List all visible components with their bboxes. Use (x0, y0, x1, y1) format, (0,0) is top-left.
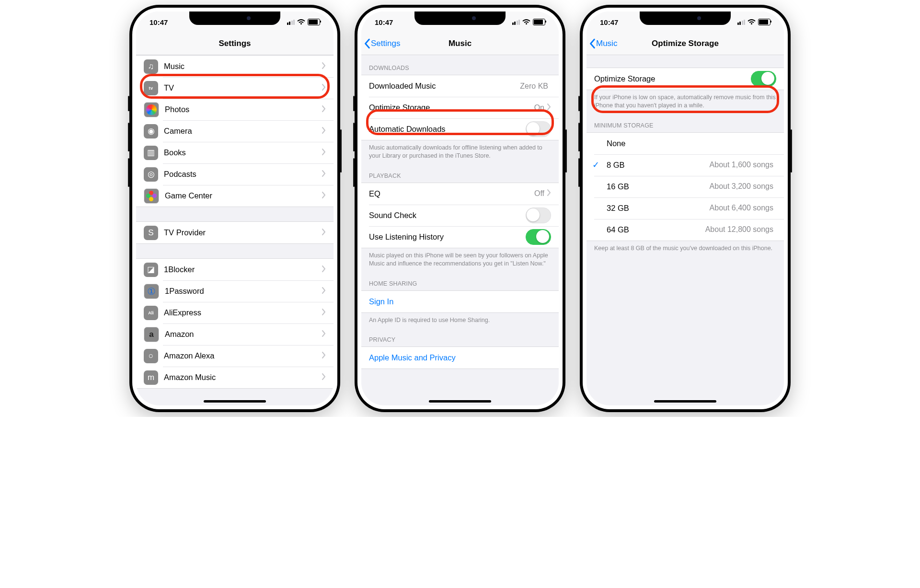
chevron-right-icon (322, 149, 326, 157)
home-indicator[interactable] (654, 400, 716, 403)
chevron-right-icon (547, 104, 551, 112)
storage-option-16-gb[interactable]: ✓16 GBAbout 3,200 songs (586, 176, 784, 197)
navbar: Music Optimize Storage (586, 33, 784, 55)
chevron-left-icon (364, 38, 371, 49)
row-label: Game Center (165, 191, 322, 200)
chevron-right-icon (322, 373, 326, 382)
use-listening-history-toggle[interactable] (526, 229, 551, 245)
sound-check-toggle[interactable] (526, 208, 551, 223)
back-button[interactable]: Music (586, 38, 617, 49)
battery-icon (758, 19, 770, 25)
photos-icon (144, 102, 159, 117)
optimize-storage-label: Optimize Storage (594, 74, 751, 83)
settings-row-1password[interactable]: ①1Password (136, 280, 334, 302)
apple-apps-group: ♫MusictvTVPhotos◉Camera▥Books◎PodcastsGa… (136, 55, 334, 207)
storage-option-64-gb[interactable]: ✓64 GBAbout 12,800 songs (586, 219, 784, 241)
signal-icon (287, 20, 295, 25)
home-indicator[interactable] (429, 400, 491, 403)
storage-option-8-gb[interactable]: ✓8 GBAbout 1,600 songs (586, 154, 784, 176)
row-detail: Zero KB (520, 82, 548, 91)
chevron-right-icon (322, 330, 326, 339)
row-label: 1Password (165, 287, 322, 296)
storage-option-32-gb[interactable]: ✓32 GBAbout 6,400 songs (586, 197, 784, 219)
tv-icon: tv (144, 81, 158, 95)
chevron-left-icon (589, 38, 596, 49)
chevron-right-icon (322, 192, 326, 200)
downloads-header: DOWNLOADS (361, 55, 559, 75)
phone-optimize: 10:47 Music Optimize Storage Optimize St… (580, 5, 791, 412)
music-settings[interactable]: DOWNLOADS Downloaded MusicZero KBOptimiz… (361, 55, 559, 405)
option-label: 64 GB (607, 225, 705, 234)
music-icon: ♫ (144, 59, 158, 74)
automatic-downloads-toggle[interactable] (526, 121, 551, 137)
row-label: Automatic Downloads (369, 125, 526, 134)
settings-row-amazon-music[interactable]: mAmazon Music (136, 367, 334, 388)
amazon-alexa-icon: ○ (144, 349, 158, 363)
settings-list[interactable]: ♫MusictvTVPhotos◉Camera▥Books◎PodcastsGa… (136, 55, 334, 405)
playback-group: EQOffSound CheckUse Listening History (361, 183, 559, 248)
wifi-icon (522, 19, 530, 25)
row-sound-check[interactable]: Sound Check (361, 205, 559, 226)
optimize-settings[interactable]: Optimize Storage If your iPhone is low o… (586, 55, 784, 405)
downloads-group: Downloaded MusicZero KBOptimize StorageO… (361, 75, 559, 140)
privacy-row[interactable]: Apple Music and Privacy (361, 347, 559, 369)
chevron-right-icon (322, 84, 326, 92)
battery-icon (308, 19, 320, 25)
chevron-right-icon (322, 127, 326, 136)
settings-row-game-center[interactable]: Game Center (136, 185, 334, 207)
back-button[interactable]: Settings (361, 38, 400, 49)
homesharing-header: HOME SHARING (361, 271, 559, 290)
settings-row-1blocker[interactable]: ◪1Blocker (136, 259, 334, 280)
wifi-icon (748, 19, 756, 25)
settings-row-music[interactable]: ♫Music (136, 56, 334, 77)
row-automatic-downloads[interactable]: Automatic Downloads (361, 118, 559, 140)
podcasts-icon: ◎ (144, 167, 158, 182)
settings-row-tv-provider[interactable]: STV Provider (136, 222, 334, 243)
status-time: 10:47 (600, 18, 618, 26)
wifi-icon (297, 19, 305, 25)
row-optimize-storage[interactable]: Optimize StorageOn (361, 97, 559, 118)
downloads-footer: Music automatically downloads for offlin… (361, 140, 559, 163)
tv-provider-icon: S (144, 226, 158, 240)
settings-row-amazon[interactable]: aAmazon (136, 323, 334, 345)
settings-row-amazon-alexa[interactable]: ○Amazon Alexa (136, 345, 334, 367)
row-label: Sound Check (369, 211, 526, 220)
row-eq[interactable]: EQOff (361, 183, 559, 205)
battery-icon (533, 19, 545, 25)
option-label: 32 GB (607, 204, 710, 213)
privacy-group: Apple Music and Privacy (361, 346, 559, 369)
settings-row-camera[interactable]: ◉Camera (136, 120, 334, 142)
row-use-listening-history[interactable]: Use Listening History (361, 226, 559, 248)
minimum-storage-header: MINIMUM STORAGE (586, 113, 784, 132)
optimize-storage-row[interactable]: Optimize Storage (586, 68, 784, 90)
option-label: None (607, 139, 776, 148)
storage-option-none[interactable]: ✓None (586, 133, 784, 154)
status-time: 10:47 (150, 18, 168, 26)
homesharing-group: Sign In (361, 290, 559, 313)
option-detail: About 6,400 songs (710, 204, 773, 212)
row-label: Amazon Music (164, 373, 322, 382)
row-detail: Off (534, 189, 544, 198)
row-downloaded-music[interactable]: Downloaded MusicZero KB (361, 75, 559, 97)
game-center-icon (144, 188, 159, 204)
sign-in-row[interactable]: Sign In (361, 291, 559, 312)
settings-row-aliexpress[interactable]: AliAliExpress (136, 302, 334, 323)
settings-row-podcasts[interactable]: ◎Podcasts (136, 163, 334, 185)
home-indicator[interactable] (204, 400, 266, 403)
settings-row-tv[interactable]: tvTV (136, 77, 334, 99)
signal-icon (737, 20, 746, 25)
chevron-right-icon (322, 309, 326, 317)
1blocker-icon: ◪ (144, 263, 158, 277)
row-label: 1Blocker (164, 265, 322, 274)
phone-settings: 10:47 Settings ♫MusictvTVPhotos◉Camera▥B… (129, 5, 340, 412)
optimize-storage-toggle[interactable] (751, 71, 776, 87)
optimize-footer: If your iPhone is low on space, automati… (586, 90, 784, 113)
1password-icon: ① (144, 284, 159, 299)
status-time: 10:47 (375, 18, 393, 26)
settings-row-photos[interactable]: Photos (136, 99, 334, 120)
amazon-icon: a (144, 327, 159, 342)
option-label: 8 GB (607, 161, 710, 170)
camera-icon: ◉ (144, 124, 158, 138)
settings-row-books[interactable]: ▥Books (136, 142, 334, 163)
row-label: Podcasts (164, 170, 322, 179)
